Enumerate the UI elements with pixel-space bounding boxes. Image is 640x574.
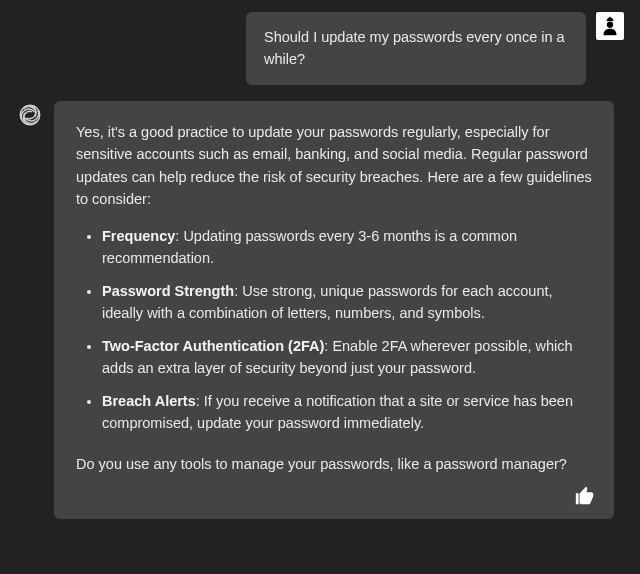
assistant-intro-text: Yes, it's a good practice to update your… (76, 121, 592, 211)
assistant-avatar-icon (16, 101, 44, 129)
list-item: Breach Alerts: If you receive a notifica… (102, 390, 592, 435)
user-message-bubble: Should I update my passwords every once … (246, 12, 586, 85)
assistant-guidelines-list: Frequency: Updating passwords every 3-6 … (76, 225, 592, 435)
assistant-outro-text: Do you use any tools to manage your pass… (76, 453, 592, 475)
assistant-message-row: Yes, it's a good practice to update your… (16, 101, 624, 519)
user-message-row: Should I update my passwords every once … (16, 12, 624, 85)
svg-rect-0 (607, 20, 614, 21)
list-item: Two-Factor Authentication (2FA): Enable … (102, 335, 592, 380)
list-item: Password Strength: Use strong, unique pa… (102, 280, 592, 325)
assistant-message-bubble: Yes, it's a good practice to update your… (54, 101, 614, 519)
list-item: Frequency: Updating passwords every 3-6 … (102, 225, 592, 270)
thumbs-up-icon[interactable] (574, 485, 596, 507)
svg-point-1 (607, 22, 613, 28)
list-item-title: Two-Factor Authentication (2FA) (102, 338, 324, 354)
svg-point-2 (20, 105, 40, 125)
user-avatar-icon (596, 12, 624, 40)
user-message-text: Should I update my passwords every once … (264, 29, 565, 67)
list-item-title: Password Strength (102, 283, 234, 299)
chat-container: Should I update my passwords every once … (0, 0, 640, 531)
list-item-title: Frequency (102, 228, 175, 244)
list-item-title: Breach Alerts (102, 393, 196, 409)
